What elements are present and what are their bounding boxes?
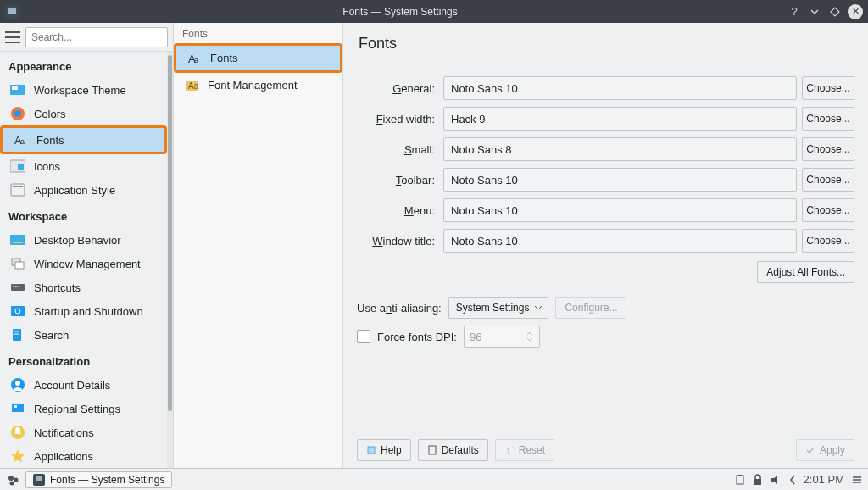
regional-icon — [10, 401, 25, 416]
sidebar-item-label: Notifications — [34, 426, 94, 439]
sidebar-item-fonts[interactable]: Aa Fonts — [3, 128, 164, 152]
font-row: Fixed width:Hack 9Choose... — [357, 107, 854, 131]
font-row: Small:Noto Sans 8Choose... — [357, 137, 854, 161]
help-titlebar-icon[interactable]: ? — [787, 4, 802, 19]
apply-button: Apply — [796, 439, 854, 461]
sidebar-item-label: Fonts — [36, 134, 64, 147]
help-icon — [366, 445, 376, 455]
star-icon — [10, 448, 25, 464]
defaults-button[interactable]: Defaults — [418, 439, 488, 461]
clipboard-tray-icon[interactable] — [734, 474, 746, 486]
choose-button[interactable]: Choose... — [802, 168, 854, 192]
lock-tray-icon[interactable] — [753, 474, 763, 486]
choose-button[interactable]: Choose... — [802, 198, 854, 222]
svg-rect-19 — [18, 286, 19, 287]
bell-icon — [10, 425, 25, 440]
sidebar-item-label: Applications — [34, 450, 93, 463]
sidebar-toolbar — [0, 23, 173, 52]
sidebar-item-label: Window Management — [34, 258, 141, 270]
sidebar-item-application-style[interactable]: Application Style — [0, 178, 167, 202]
font-label: Small: — [357, 143, 438, 156]
reset-button: Reset — [495, 439, 554, 461]
subpanel-title: Fonts — [174, 23, 342, 43]
anti-aliasing-select[interactable]: System Settings — [448, 297, 549, 319]
menu-icon[interactable] — [5, 31, 20, 43]
svg-text:a: a — [194, 56, 198, 64]
sidebar-item-label: Colors — [34, 108, 66, 120]
svg-rect-28 — [14, 405, 17, 408]
sidebar-item-account-details[interactable]: Account Details — [0, 373, 167, 397]
volume-tray-icon[interactable] — [770, 474, 782, 486]
anti-aliasing-value: System Settings — [456, 302, 530, 314]
svg-point-38 — [14, 477, 19, 482]
font-label: Toolbar: — [357, 174, 438, 187]
collapse-down-icon[interactable] — [807, 4, 822, 19]
task-button[interactable]: Fonts — System Settings — [25, 471, 172, 488]
maximize-icon[interactable] — [827, 4, 843, 19]
keyboard-icon — [10, 280, 25, 295]
help-button[interactable]: Help — [357, 439, 411, 461]
window-mgmt-icon — [10, 256, 25, 271]
sub-item-font-management[interactable]: Aa Font Management — [174, 73, 342, 97]
choose-button[interactable]: Choose... — [802, 137, 854, 161]
sidebar-item-desktop-behavior[interactable]: Desktop Behavior — [0, 228, 167, 252]
app-style-icon — [10, 182, 25, 198]
svg-rect-18 — [15, 286, 17, 287]
adjust-all-fonts-button[interactable]: Adjust All Fonts... — [757, 261, 854, 283]
font-icon: Aa — [13, 132, 28, 148]
svg-rect-3 — [12, 86, 18, 90]
font-management-icon: Aa — [184, 78, 199, 93]
sidebar-item-colors[interactable]: Colors — [0, 102, 167, 125]
sidebar-item-shortcuts[interactable]: Shortcuts — [0, 276, 167, 299]
font-value: Hack 9 — [443, 107, 797, 131]
sidebar-item-regional-settings[interactable]: Regional Settings — [0, 397, 167, 420]
app-launcher-icon[interactable] — [5, 472, 20, 487]
choose-button[interactable]: Choose... — [802, 107, 854, 131]
highlight-box-sub-fonts: Aa Fonts — [174, 43, 342, 73]
sidebar-item-applications[interactable]: Applications — [0, 444, 167, 468]
font-label: General: — [357, 82, 438, 95]
sidebar-item-label: Account Details — [34, 379, 110, 392]
sidebar-group-appearance: Appearance — [0, 52, 167, 78]
force-dpi-checkbox[interactable] — [357, 330, 370, 343]
sidebar-scrollbar[interactable] — [167, 52, 173, 468]
font-icon: Aa — [186, 51, 202, 66]
sub-item-fonts[interactable]: Aa Fonts — [176, 46, 340, 70]
search-input[interactable] — [25, 27, 168, 47]
svg-rect-17 — [13, 286, 14, 287]
choose-button[interactable]: Choose... — [802, 229, 854, 253]
panel-menu-icon[interactable] — [851, 474, 863, 486]
svg-rect-42 — [737, 476, 743, 484]
font-value: Noto Sans 10 — [443, 198, 797, 222]
sidebar-item-notifications[interactable]: Notifications — [0, 420, 167, 444]
close-icon[interactable]: ✕ — [848, 4, 863, 19]
expand-tray-icon[interactable] — [788, 474, 797, 486]
svg-point-37 — [8, 476, 14, 481]
sidebar-group-workspace: Workspace — [0, 202, 167, 228]
sidebar-item-window-management[interactable]: Window Management — [0, 252, 167, 276]
dpi-value: 96 — [470, 331, 481, 343]
font-row: Menu:Noto Sans 10Choose... — [357, 198, 854, 222]
font-label: Menu: — [357, 204, 438, 217]
sidebar-item-label: Regional Settings — [34, 403, 120, 415]
font-label: Fixed width: — [357, 113, 438, 125]
svg-rect-9 — [18, 164, 24, 170]
chevron-down-icon — [534, 303, 542, 312]
svg-rect-13 — [13, 242, 23, 243]
sidebar-item-icons[interactable]: Icons — [0, 154, 167, 178]
colors-icon — [10, 106, 25, 121]
sub-item-label: Font Management — [208, 79, 298, 92]
svg-rect-43 — [738, 475, 742, 476]
sidebar-item-startup-shutdown[interactable]: Startup and Shutdown — [0, 299, 167, 323]
task-icon — [33, 474, 45, 486]
search-icon — [10, 327, 25, 342]
startup-icon — [10, 303, 25, 319]
svg-rect-20 — [11, 306, 25, 316]
choose-button[interactable]: Choose... — [802, 76, 854, 100]
sidebar-item-workspace-theme[interactable]: Workspace Theme — [0, 78, 167, 102]
configure-button: Configure... — [555, 297, 626, 319]
clock[interactable]: 2:01 PM — [804, 473, 844, 486]
highlight-box-fonts: Aa Fonts — [0, 125, 167, 154]
sidebar-item-search[interactable]: Search — [0, 323, 167, 347]
svg-point-26 — [15, 381, 20, 386]
